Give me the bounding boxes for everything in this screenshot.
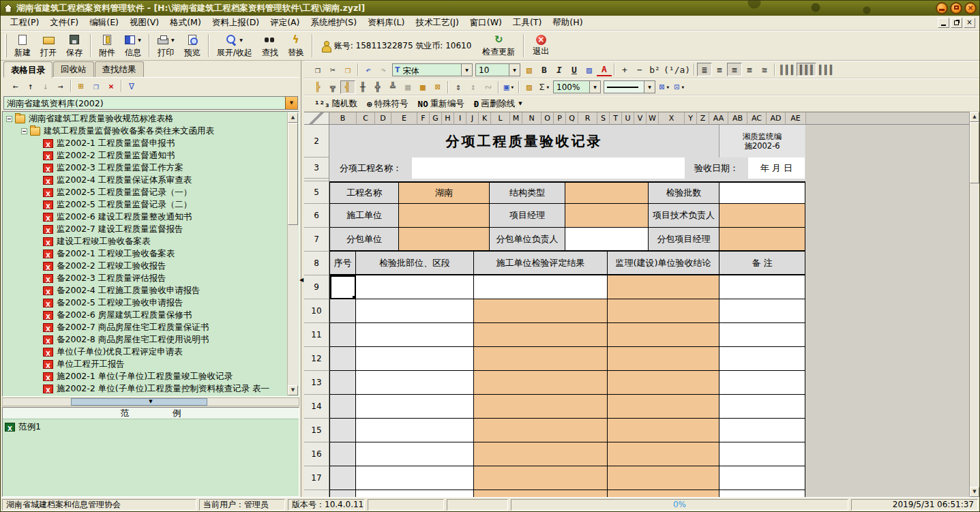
- column-header[interactable]: AB: [728, 112, 747, 125]
- data-cell[interactable]: [719, 275, 805, 299]
- column-header[interactable]: J: [466, 112, 479, 125]
- nav-down-icon[interactable]: ↓▼: [38, 80, 53, 93]
- data-cell[interactable]: [356, 395, 474, 419]
- sub-manager-label-cell[interactable]: 分包项目经理: [649, 228, 719, 252]
- seq-cell[interactable]: [330, 442, 356, 466]
- nav-back-icon[interactable]: ←▼: [8, 80, 23, 93]
- column-header[interactable]: R: [578, 112, 597, 125]
- seq-cell[interactable]: [330, 323, 356, 347]
- align-center-icon[interactable]: ≡▼: [727, 63, 742, 76]
- tree-item[interactable]: 备2002-8 商品房屋住宅工程使用说明书: [3, 333, 287, 346]
- column-header[interactable]: S: [597, 112, 610, 125]
- menu-item[interactable]: 资料上报(D): [207, 16, 265, 30]
- row-header[interactable]: 3: [304, 157, 329, 179]
- row-header[interactable]: 14: [304, 395, 329, 419]
- column-header[interactable]: G: [430, 112, 442, 125]
- print-button[interactable]: ▼ 打印: [153, 31, 179, 60]
- align-distribute-icon[interactable]: ≅▼: [757, 63, 772, 76]
- tree-item[interactable]: 施2002-3 单位(子单位)工程质量控制资料核查记录 表二: [3, 395, 287, 395]
- column-header[interactable]: Y: [685, 112, 697, 125]
- column-header[interactable]: F: [417, 112, 430, 125]
- panel-splitter[interactable]: ◀: [301, 61, 304, 497]
- data-cell[interactable]: [474, 395, 608, 419]
- menu-item[interactable]: 文件(F): [44, 16, 84, 30]
- expand-collapse-button[interactable]: ▼ 展开/收起: [212, 31, 257, 60]
- menu-item[interactable]: 视图(V): [124, 16, 164, 30]
- accept-date-label-cell[interactable]: 验收日期：: [685, 157, 748, 179]
- new-table-icon[interactable]: ⊞▼: [74, 80, 89, 93]
- scrollbar-thumb[interactable]: [970, 122, 979, 183]
- data-cell[interactable]: [608, 299, 719, 323]
- data-cell[interactable]: [356, 275, 474, 299]
- menu-item[interactable]: 编辑(E): [84, 16, 124, 30]
- align-right-icon[interactable]: ≡▼: [742, 63, 757, 76]
- tree-item[interactable]: 监2002-7 建设工程质量监督报告: [3, 223, 287, 235]
- copy-icon[interactable]: ❐▼: [310, 63, 325, 76]
- exit-button[interactable]: 退出: [527, 31, 554, 60]
- menu-item[interactable]: 工程(P): [5, 16, 44, 30]
- random-number-button[interactable]: ¹²₃ 随机数: [314, 98, 357, 110]
- column-header[interactable]: V: [634, 112, 647, 125]
- column-header[interactable]: K: [479, 112, 491, 125]
- column-header[interactable]: I: [454, 112, 466, 125]
- tree-item[interactable]: 施2002-1 单位(子单位)工程质量竣工验收记录: [3, 370, 287, 382]
- zoom-select[interactable]: 100% ▼: [553, 80, 601, 93]
- data-cell[interactable]: [474, 323, 608, 347]
- copy-table-icon[interactable]: ❐▼: [89, 80, 104, 93]
- fraction-icon[interactable]: (¹/a)▼: [662, 63, 692, 76]
- tree-item[interactable]: 监2002-4 工程质量保证体系审查表: [3, 174, 287, 186]
- data-cell[interactable]: [719, 371, 805, 395]
- manager-value-cell[interactable]: [565, 204, 649, 228]
- data-cell[interactable]: [608, 371, 719, 395]
- tree-item[interactable]: 监2002-6 建设工程质量整改通知书: [3, 211, 287, 223]
- row-header[interactable]: [304, 490, 329, 497]
- line-style-select[interactable]: ▼: [604, 80, 655, 93]
- font-color-icon[interactable]: A▼: [597, 63, 612, 76]
- row-header[interactable]: 11: [304, 323, 329, 347]
- align-justify-icon[interactable]: ≣▼: [697, 63, 712, 76]
- column-header[interactable]: AA: [709, 112, 728, 125]
- row-header[interactable]: 6: [304, 204, 329, 228]
- menu-item[interactable]: 帮助(H): [547, 16, 588, 30]
- italic-icon[interactable]: I▼: [552, 63, 567, 76]
- data-cell[interactable]: [608, 323, 719, 347]
- tree-item[interactable]: 备2002-1 工程竣工验收备案表: [3, 247, 287, 260]
- renumber-button[interactable]: NO 重新编号: [418, 98, 464, 110]
- row-header[interactable]: 13: [304, 371, 329, 395]
- tree-item[interactable]: 监2002-2 工程质量监督通知书: [3, 149, 287, 162]
- menu-item[interactable]: 系统维护(S): [305, 16, 362, 30]
- tab[interactable]: 表格目录: [3, 61, 53, 78]
- data-cell[interactable]: [719, 347, 805, 371]
- sum-icon[interactable]: Σ▼: [537, 80, 552, 94]
- row-header[interactable]: 5: [304, 181, 329, 204]
- tree-item[interactable]: 备2002-5 工程竣工验收申请报告: [3, 297, 287, 309]
- tree-item[interactable]: 备2002-3 工程质量评估报告: [3, 272, 287, 284]
- data-cell[interactable]: [719, 442, 805, 466]
- column-header[interactable]: Z: [697, 112, 709, 125]
- menu-item[interactable]: 技术工艺(J): [410, 16, 464, 30]
- delete-row-icon[interactable]: ╩▼: [385, 80, 400, 94]
- superscript-icon[interactable]: b²▼: [647, 63, 662, 76]
- row-header[interactable]: 9: [304, 275, 329, 299]
- data-cell[interactable]: [719, 490, 805, 497]
- row-header[interactable]: 8: [304, 252, 329, 275]
- menu-item[interactable]: 工具(T): [507, 16, 547, 30]
- unlink-icon[interactable]: ∾▼: [481, 80, 496, 94]
- tech-lead-label-cell[interactable]: 项目技术负责人: [649, 204, 719, 228]
- minimize-button[interactable]: [936, 2, 948, 14]
- menu-item[interactable]: 评定(A): [265, 16, 305, 30]
- row-header[interactable]: 17: [304, 466, 329, 490]
- merge-cell-icon[interactable]: ╬▼: [370, 80, 385, 94]
- project-name-label-cell[interactable]: 工程名称: [330, 183, 399, 204]
- undo-icon[interactable]: ↶▼: [361, 63, 376, 76]
- replace-button[interactable]: ▼ 替换: [283, 31, 309, 60]
- scroll-down-icon[interactable]: ▼: [288, 385, 298, 395]
- tree-item[interactable]: 监2002-5 工程质量监督记录（二）: [3, 198, 287, 211]
- sheet-corner[interactable]: [304, 112, 329, 125]
- data-cell[interactable]: [356, 299, 474, 323]
- tree-item[interactable]: 建设工程竣工验收备案表: [3, 235, 287, 247]
- form-code-cell[interactable]: 湘质监统编 施2002-6: [719, 125, 805, 157]
- nav-forward-icon[interactable]: →▼: [53, 80, 68, 93]
- cut-icon[interactable]: ✂▼: [325, 63, 340, 76]
- tab[interactable]: 查找结果: [95, 61, 144, 77]
